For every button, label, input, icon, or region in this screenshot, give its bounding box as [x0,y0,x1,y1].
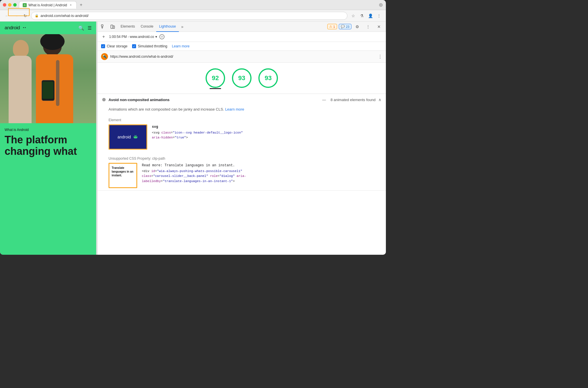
scores-area: 92 93 93 [98,63,386,94]
android-logo-text: android [5,25,20,31]
message-icon: 💬 [341,25,345,28]
code2-line-2: <div id="wia-always-pushing-whats-possib… [142,169,246,174]
tab-close-button[interactable]: × [69,3,73,7]
audit-expand-icon[interactable]: ∧ [378,97,381,102]
simulated-throttling-check[interactable] [132,44,136,48]
simulated-throttling-checkbox[interactable]: Simulated throttling [132,44,167,48]
element-thumbnail-inner-2: Translatelanguages in aninstant. [109,164,136,187]
svg-rect-11 [113,26,115,28]
session-dropdown-icon[interactable]: ▾ [155,35,157,39]
message-badge: 💬 23 [339,24,351,29]
audit-url: https://www.android.com/what-is-android/ [110,55,376,59]
header-icons: 🔍 ☰ [78,25,92,31]
svg-line-5 [23,26,24,26]
android-bugdroid-icon [21,25,28,31]
tab-lighthouse[interactable]: Lighthouse [156,22,179,32]
main-content: android 🔍 ☰ [0,22,386,255]
svg-line-6 [25,26,26,26]
title-bar: A What is Android | Android × + ⊕ [0,0,386,10]
audit-status-dot [102,98,106,101]
score-circle-1: 92 [206,68,225,88]
audit-description: Animations which are not composited can … [98,105,386,116]
close-devtools-button[interactable]: ✕ [375,23,383,31]
nav-bar: ← → ↻ 🔒 android.com/what-is-android/ ☆ ⚗… [0,10,386,22]
new-tab-button[interactable]: + [78,1,85,8]
browser-window: A What is Android | Android × + ⊕ ← → ↻ … [0,0,386,255]
element-preview-2: Translatelanguages in aninstant. Read mo… [98,163,386,190]
element-label: Element [109,118,381,122]
options-row: Clear storage Simulated throttling Learn… [98,42,386,51]
menu-button[interactable]: ⋮ [376,12,382,19]
unsupported-label: Unsupported CSS Property: clip-path [98,157,386,163]
active-tab[interactable]: A What is Android | Android × [19,1,77,9]
add-session-button[interactable]: + [100,34,107,40]
url-row: 🔦 https://www.android.com/what-is-androi… [98,51,386,63]
code-line-2: <svg class="icon--svg header-default__lo… [152,130,243,136]
audit-section: Avoid non-composited animations — 8 anim… [98,94,386,255]
session-label: 1:00:54 PM - www.android.co ▾ [109,35,157,39]
no-throttle-icon: ⊘ [159,34,165,39]
webpage-panel: android 🔍 ☰ [0,22,96,255]
code2-line-3: class="carousel-slider__back-panel" role… [142,174,246,179]
settings-button[interactable]: ⚙ [353,23,361,31]
options-learn-more-link[interactable]: Learn more [172,44,189,48]
devtools-tab-actions: ⚠ 1 💬 23 ⚙ ⋮ ✕ [327,23,384,31]
traffic-lights [3,3,17,7]
tab-console[interactable]: Console [138,22,156,32]
url-menu-button[interactable]: ⋮ [378,54,382,59]
extensions-button[interactable]: ⚗ [358,12,365,19]
hero-photo [0,34,96,123]
more-options-button[interactable]: ⋮ [364,23,372,31]
code-line-1: svg [152,124,243,130]
audit-learn-more-link[interactable]: Learn more [225,107,244,111]
svg-rect-2 [22,27,27,30]
code2-line-1: Read more: Translate languages in an ins… [142,163,246,168]
warning-icon: ⚠ [329,25,332,28]
warning-badge: ⚠ 1 [327,24,337,29]
hamburger-icon[interactable]: ☰ [88,25,92,31]
address-bar[interactable]: 🔒 android.com/what-is-android/ [31,12,347,20]
element-section-1: Element android [98,116,386,157]
what-is-label: What is Android [5,128,92,132]
window-control: ⊕ [379,2,383,8]
lock-icon: 🔒 [35,14,39,18]
audit-item-1: Avoid non-composited animations — 8 anim… [98,94,386,191]
more-tabs-button[interactable]: » [179,23,186,30]
svg-rect-14 [134,136,137,138]
svg-line-17 [135,135,135,136]
score-value-3: 93 [265,74,272,82]
code-line-3: aria-hidden="true"> [152,135,243,140]
element-preview-1: android [109,124,381,150]
profile-button[interactable]: 👤 [367,12,374,19]
hero-image [0,34,96,123]
maximize-traffic-light[interactable] [13,3,17,7]
score-circle-2: 93 [232,68,252,88]
code2-line-4: labelledby="translate-languages-in-an-in… [142,179,246,184]
lighthouse-icon: 🔦 [101,53,108,60]
element-thumbnail-inner: android [109,125,146,149]
element-thumbnail-2: Translatelanguages in aninstant. [109,163,137,188]
svg-rect-7 [101,25,103,26]
audit-title: Avoid non-composited animations [109,98,318,102]
webpage-bottom: What is Android The platform changing wh… [0,123,96,161]
search-icon[interactable]: 🔍 [78,25,84,31]
element-code-2: Read more: Translate languages in an ins… [142,163,246,184]
big-heading: The platform changing what [5,134,92,157]
svg-point-16 [136,136,136,137]
inspect-element-button[interactable] [99,23,107,31]
svg-point-3 [23,27,24,28]
tab-bar: A What is Android | Android × + [19,1,374,9]
devtools-toolbar2: + 1:00:54 PM - www.android.co ▾ ⊘ [98,32,386,42]
clear-storage-check[interactable] [101,44,105,48]
bookmark-button[interactable]: ☆ [350,12,357,19]
audit-item-1-header[interactable]: Avoid non-composited animations — 8 anim… [98,94,386,105]
minimize-traffic-light[interactable] [8,3,11,7]
score-circle-3: 93 [258,68,278,88]
svg-rect-10 [111,25,113,28]
devtools-panel: Elements Console Lighthouse » ⚠ 1 💬 [97,22,386,255]
tab-title: What is Android | Android [28,3,67,7]
clear-storage-checkbox[interactable]: Clear storage [101,44,127,48]
tab-elements[interactable]: Elements [118,22,138,32]
close-traffic-light[interactable] [3,3,6,7]
device-toolbar-button[interactable] [109,23,117,31]
